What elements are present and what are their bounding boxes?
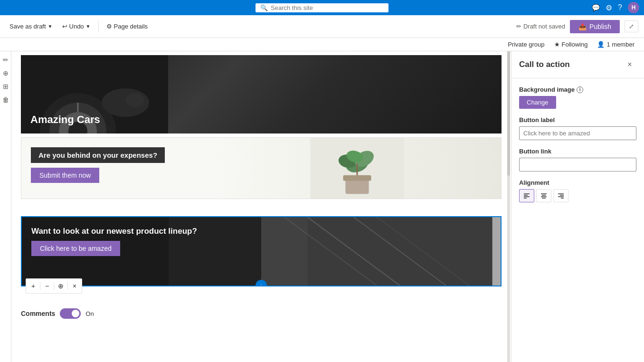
- comments-toggle[interactable]: [60, 308, 81, 319]
- zoom-close-button[interactable]: ×: [69, 280, 80, 292]
- page-details-icon: ⚙: [106, 23, 112, 30]
- star-icon: ★: [554, 41, 560, 48]
- content-area: Amazing Cars Are y: [11, 51, 511, 362]
- background-image-label: Background image: [519, 86, 575, 93]
- settings-icon[interactable]: ⚙: [606, 3, 612, 12]
- expenses-button[interactable]: Submit them now: [31, 168, 99, 183]
- button-link-label-row: Button link: [519, 148, 636, 155]
- move-tool[interactable]: ⊕: [1, 68, 10, 78]
- change-button[interactable]: Change: [519, 96, 556, 109]
- close-icon: ×: [627, 60, 632, 69]
- info-icon[interactable]: i: [577, 86, 583, 93]
- plant-svg: [213, 138, 501, 199]
- car-section-title: Amazing Cars: [30, 114, 100, 126]
- background-image-section: Background image i Change: [519, 86, 636, 109]
- expenses-section: Are you behind on your expenses? Submit …: [21, 137, 502, 199]
- selected-section-button-label: Click here to be amazed: [40, 245, 112, 252]
- save-draft-chevron[interactable]: ▼: [48, 24, 53, 29]
- toolbar: Save as draft ▼ ↩ Undo ▼ ⚙ Page details …: [0, 15, 644, 38]
- expenses-heading: Are you behind on your expenses?: [31, 147, 165, 163]
- expand-icon: ⤢: [629, 23, 634, 30]
- zoom-divider-3: [67, 282, 68, 290]
- publish-icon: 📤: [578, 23, 587, 30]
- toolbar-right: ✏ Draft not saved 📤 Publish ⤢: [516, 20, 638, 33]
- zoom-out-icon: −: [45, 282, 49, 290]
- save-draft-button[interactable]: Save as draft ▼: [6, 21, 57, 32]
- members-label: 1 member: [606, 41, 635, 48]
- copy-tool[interactable]: ⊞: [1, 82, 10, 91]
- undo-chevron[interactable]: ▼: [86, 24, 91, 29]
- alignment-options: [519, 189, 636, 202]
- page-details-label: Page details: [114, 23, 148, 30]
- draft-status: ✏ Draft not saved: [516, 23, 565, 30]
- change-button-label: Change: [527, 99, 549, 106]
- alignment-label: Alignment: [519, 179, 636, 186]
- edit-tool[interactable]: ✏: [1, 55, 10, 65]
- top-bar: 🔍 💬 ⚙ ? H: [0, 0, 644, 15]
- search-box[interactable]: 🔍: [256, 3, 388, 12]
- svg-point-9: [125, 93, 144, 107]
- zoom-divider-2: [54, 282, 54, 290]
- zoom-toolbar: + − ⊕ ×: [26, 278, 82, 294]
- page-details-button[interactable]: ⚙ Page details: [103, 21, 152, 32]
- alignment-label-text: Alignment: [519, 179, 549, 186]
- car-image-section: Amazing Cars: [21, 55, 502, 133]
- site-header: Private group ★ Following 👤 1 member: [0, 38, 644, 51]
- align-right-icon: [558, 192, 564, 199]
- save-draft-label: Save as draft: [9, 23, 46, 30]
- selected-section[interactable]: Want to look at our newest product lineu…: [21, 216, 502, 286]
- selected-section-heading: Want to look at our newest product lineu…: [31, 227, 491, 236]
- toggle-knob: [72, 310, 79, 317]
- button-link-section: Button link https://citizenbuilders.shar…: [519, 148, 636, 171]
- panel-header: Call to action ×: [511, 51, 644, 78]
- panel-body: Background image i Change Button label B…: [511, 78, 644, 210]
- button-label-section: Button label: [519, 116, 636, 140]
- draft-status-text: Draft not saved: [523, 23, 565, 30]
- button-link-label: Button link: [519, 148, 551, 155]
- chat-icon[interactable]: 💬: [592, 4, 600, 11]
- members-item: 👤 1 member: [597, 41, 635, 48]
- panel-close-button[interactable]: ×: [623, 58, 636, 71]
- button-label-input[interactable]: [519, 126, 636, 140]
- svg-rect-12: [343, 175, 371, 181]
- following-label: Following: [562, 41, 588, 48]
- toolbar-left: Save as draft ▼ ↩ Undo ▼ ⚙ Page details: [6, 21, 512, 32]
- undo-button[interactable]: ↩ Undo ▼: [58, 21, 95, 32]
- search-input[interactable]: [271, 4, 384, 11]
- right-panel: Call to action × Background image i Chan…: [511, 51, 644, 362]
- following-item[interactable]: ★ Following: [554, 41, 588, 48]
- align-center-button[interactable]: [536, 189, 551, 202]
- align-right-button[interactable]: [553, 189, 568, 202]
- publish-button[interactable]: 📤 Publish: [570, 20, 620, 33]
- align-left-button[interactable]: [519, 189, 534, 202]
- close-icon: ×: [73, 282, 76, 290]
- zoom-in-button[interactable]: +: [28, 280, 39, 292]
- undo-label: Undo: [69, 23, 84, 30]
- zoom-out-button[interactable]: −: [41, 280, 53, 292]
- comments-section: Comments On: [11, 301, 511, 326]
- private-group-label: Private group: [508, 41, 544, 48]
- align-left-icon: [523, 192, 530, 199]
- help-icon[interactable]: ?: [618, 3, 622, 12]
- selected-content: Want to look at our newest product lineu…: [22, 217, 501, 266]
- undo-icon: ↩: [62, 23, 67, 30]
- private-group-item: Private group: [508, 41, 544, 48]
- delete-tool[interactable]: 🗑: [1, 95, 10, 105]
- pencil-icon: ✏: [516, 23, 521, 30]
- avatar[interactable]: H: [628, 2, 639, 13]
- scroll-indicator[interactable]: [507, 51, 510, 362]
- expand-button[interactable]: ⤢: [625, 20, 638, 32]
- person-icon: 👤: [597, 41, 605, 48]
- main-layout: ✏ ⊕ ⊞ 🗑 Amazing Cars: [0, 51, 644, 362]
- zoom-in-icon: +: [31, 282, 35, 290]
- publish-label: Publish: [589, 23, 611, 30]
- expenses-button-label: Submit them now: [39, 171, 91, 179]
- zoom-fit-button[interactable]: ⊕: [55, 280, 66, 292]
- selected-section-button[interactable]: Click here to be amazed: [31, 241, 120, 256]
- toggle-state-label: On: [85, 310, 94, 317]
- button-label-label: Button label: [519, 116, 636, 124]
- background-image-label-row: Background image i: [519, 86, 636, 93]
- alignment-section: Alignment: [519, 179, 636, 202]
- top-bar-right: 💬 ⚙ ? H: [592, 2, 639, 13]
- button-link-input[interactable]: https://citizenbuilders.sharepoint.com/s…: [519, 158, 636, 171]
